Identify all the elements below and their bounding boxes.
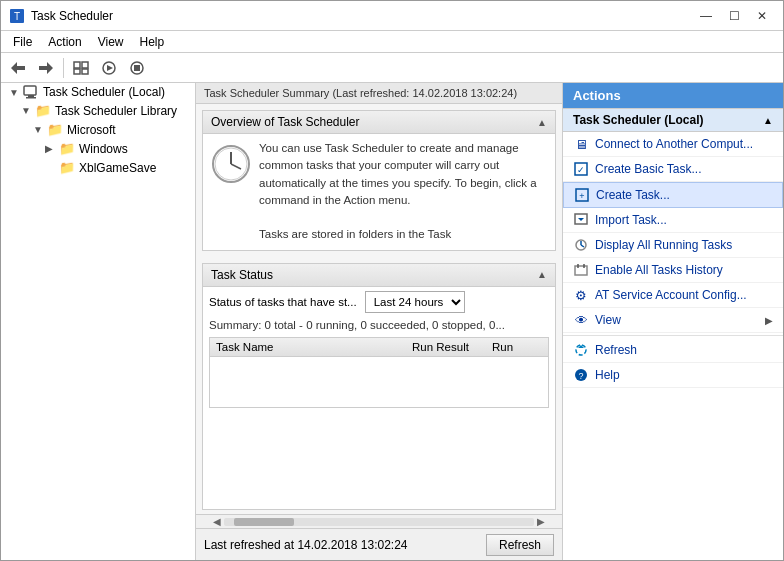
task-table: Task Name Run Result Run <box>209 337 549 408</box>
at-service-icon: ⚙ <box>573 287 589 303</box>
action-import[interactable]: Import Task... <box>563 208 783 233</box>
maximize-button[interactable]: ☐ <box>721 5 747 27</box>
help-svg: ? <box>574 368 588 382</box>
stop-button[interactable] <box>124 56 150 80</box>
expand-icon-root: ▼ <box>9 87 19 98</box>
svg-rect-11 <box>134 65 140 71</box>
folder-icon-windows: 📁 <box>59 141 75 156</box>
svg-rect-4 <box>74 62 80 68</box>
view-button[interactable] <box>68 56 94 80</box>
action-help[interactable]: ? Help <box>563 363 783 388</box>
filter-label: Status of tasks that have st... <box>209 296 357 308</box>
middle-panel: Task Scheduler Summary (Last refreshed: … <box>196 83 563 560</box>
action-help-label: Help <box>595 368 620 382</box>
refresh-icon <box>573 342 589 358</box>
tree-item-root[interactable]: ▼ Task Scheduler (Local) <box>1 83 195 101</box>
refresh-svg <box>574 343 588 357</box>
col-run-result: Run Result <box>412 341 492 353</box>
overview-content-area: You can use Task Scheduler to create and… <box>203 134 555 250</box>
svg-line-27 <box>581 245 584 247</box>
horizontal-scrollbar[interactable]: ◀ ▶ <box>196 514 562 528</box>
panel-header: Task Scheduler Summary (Last refreshed: … <box>196 83 562 104</box>
window-controls: — ☐ ✕ <box>693 5 775 27</box>
close-button[interactable]: ✕ <box>749 5 775 27</box>
action-refresh[interactable]: Refresh <box>563 338 783 363</box>
scrollbar-track <box>224 518 534 526</box>
action-at-service-label: AT Service Account Config... <box>595 288 747 302</box>
minimize-button[interactable]: — <box>693 5 719 27</box>
toolbar-separator-1 <box>63 58 64 78</box>
display-running-icon <box>573 237 589 253</box>
action-group-arrow: ▲ <box>763 115 773 126</box>
task-status-section: Task Status ▲ Status of tasks that have … <box>202 263 556 511</box>
overview-header[interactable]: Overview of Task Scheduler ▲ <box>203 111 555 134</box>
svg-marker-9 <box>107 65 113 71</box>
tree-item-windows[interactable]: ▶ 📁 Windows <box>1 139 195 158</box>
scroll-left-btn[interactable]: ◀ <box>210 516 224 527</box>
svg-rect-7 <box>82 69 88 74</box>
svg-rect-6 <box>74 69 80 74</box>
create-task-icon: + <box>574 187 590 203</box>
action-connect[interactable]: 🖥 Connect to Another Comput... <box>563 132 783 157</box>
status-summary: Summary: 0 total - 0 running, 0 succeede… <box>203 317 555 337</box>
toolbar <box>1 53 783 83</box>
task-table-body <box>210 357 548 407</box>
action-enable-history[interactable]: Enable All Tasks History <box>563 258 783 283</box>
tree-item-library[interactable]: ▼ 📁 Task Scheduler Library <box>1 101 195 120</box>
action-display-running[interactable]: Display All Running Tasks <box>563 233 783 258</box>
action-at-service[interactable]: ⚙ AT Service Account Config... <box>563 283 783 308</box>
svg-text:+: + <box>579 191 584 201</box>
view-icon: 👁 <box>573 312 589 328</box>
scrollbar-thumb[interactable] <box>234 518 294 526</box>
tree-item-xblgamesave[interactable]: ▶ 📁 XblGameSave <box>1 158 195 177</box>
status-filter-row: Status of tasks that have st... Last 24 … <box>203 287 555 317</box>
title-left: T Task Scheduler <box>9 8 113 24</box>
action-create-basic[interactable]: ✓ Create Basic Task... <box>563 157 783 182</box>
menu-view[interactable]: View <box>90 31 132 52</box>
col-run: Run <box>492 341 542 353</box>
title-bar: T Task Scheduler — ☐ ✕ <box>1 1 783 31</box>
svg-marker-2 <box>11 62 25 74</box>
run-button[interactable] <box>96 56 122 80</box>
svg-text:?: ? <box>578 371 583 381</box>
computer-icon <box>23 85 39 99</box>
overview-text: You can use Task Scheduler to create and… <box>259 140 547 244</box>
svg-text:✓: ✓ <box>577 165 585 175</box>
expand-icon-microsoft: ▼ <box>33 124 43 135</box>
task-status-header[interactable]: Task Status ▲ <box>203 264 555 287</box>
refresh-button[interactable]: Refresh <box>486 534 554 556</box>
menu-file[interactable]: File <box>5 31 40 52</box>
tree-label-root: Task Scheduler (Local) <box>43 85 165 99</box>
action-enable-history-label: Enable All Tasks History <box>595 263 723 277</box>
tree-item-microsoft[interactable]: ▼ 📁 Microsoft <box>1 120 195 139</box>
menu-help[interactable]: Help <box>132 31 173 52</box>
right-panel: Actions Task Scheduler (Local) ▲ 🖥 Conne… <box>563 83 783 560</box>
overview-section: Overview of Task Scheduler ▲ You can use… <box>202 110 556 251</box>
connect-icon: 🖥 <box>573 136 589 152</box>
svg-rect-13 <box>28 95 34 97</box>
menu-action[interactable]: Action <box>40 31 89 52</box>
back-button[interactable] <box>5 56 31 80</box>
task-table-header: Task Name Run Result Run <box>210 338 548 357</box>
create-basic-icon: ✓ <box>573 161 589 177</box>
svg-marker-3 <box>39 62 53 74</box>
forward-button[interactable] <box>33 56 59 80</box>
last-refreshed-label: Last refreshed at 14.02.2018 13:02:24 <box>204 538 408 552</box>
action-create-basic-label: Create Basic Task... <box>595 162 702 176</box>
svg-text:T: T <box>14 11 20 22</box>
task-status-title: Task Status <box>211 268 273 282</box>
window-title: Task Scheduler <box>31 9 113 23</box>
action-display-running-label: Display All Running Tasks <box>595 238 732 252</box>
svg-rect-5 <box>82 62 88 68</box>
action-create-task-label: Create Task... <box>596 188 670 202</box>
scroll-right-btn[interactable]: ▶ <box>534 516 548 527</box>
action-refresh-label: Refresh <box>595 343 637 357</box>
tree-label-library: Task Scheduler Library <box>55 104 177 118</box>
main-window: T Task Scheduler — ☐ ✕ File Action View … <box>0 0 784 561</box>
clock-icon <box>211 144 251 184</box>
action-create-task[interactable]: + Create Task... <box>563 182 783 208</box>
view-submenu-arrow: ▶ <box>765 315 773 326</box>
folder-icon-microsoft: 📁 <box>47 122 63 137</box>
time-filter-select[interactable]: Last 24 hours Last Hour Last 7 days Last… <box>365 291 465 313</box>
action-view[interactable]: 👁 View ▶ <box>563 308 783 333</box>
